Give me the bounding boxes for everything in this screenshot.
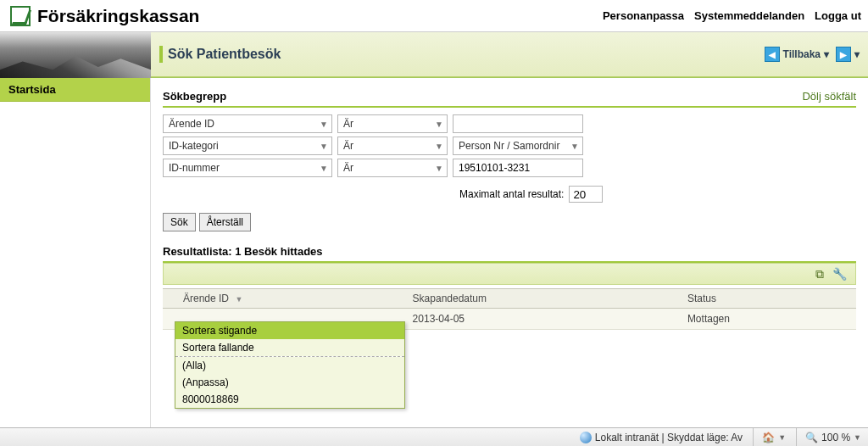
menu-all[interactable]: (Alla): [175, 357, 404, 374]
field-label: Ärende ID: [169, 118, 214, 130]
op-label: Är: [343, 118, 353, 130]
col-skapandedatum[interactable]: Skapandedatum: [406, 289, 681, 309]
back-icon[interactable]: ◀: [765, 47, 780, 62]
back-menu-chevron-icon[interactable]: ▾: [824, 48, 829, 60]
cell-status: Mottagen: [681, 309, 856, 330]
results-heading: Resultatlista: 1 Besök hittades: [163, 245, 856, 263]
search-button[interactable]: Sök: [163, 213, 196, 231]
title-accent-icon: [159, 46, 163, 63]
zoom-segment[interactable]: 🔍 100 % ▼: [796, 428, 861, 446]
col-label: Status: [687, 293, 716, 304]
protected-mode-segment[interactable]: 🏠 ▼: [753, 428, 786, 446]
col-label: Skapandedatum: [413, 293, 487, 304]
value-select-1[interactable]: Person Nr / Samordnir ▼: [453, 137, 583, 155]
field-label: ID-nummer: [169, 162, 220, 174]
brand-name: Försäkringskassan: [37, 6, 199, 26]
hero-image: [0, 32, 151, 78]
toggle-search-fields[interactable]: Dölj sökfält: [802, 90, 856, 103]
settings-icon[interactable]: 🔧: [832, 267, 847, 281]
row-selector-header[interactable]: [163, 289, 176, 309]
brand: Försäkringskassan: [10, 6, 199, 26]
max-results-input[interactable]: [569, 186, 603, 203]
menu-value-8000018869[interactable]: 8000018869: [175, 391, 404, 408]
results-toolbar: ⧉ 🔧: [163, 263, 856, 285]
top-links: Personanpassa Systemmeddelanden Logga ut: [603, 9, 861, 22]
chevron-down-icon: ▼: [435, 120, 443, 129]
chevron-down-icon: ▼: [570, 142, 579, 151]
column-filter-menu: Sortera stigande Sortera fallande (Alla)…: [175, 321, 405, 409]
menu-sort-desc[interactable]: Sortera fallande: [175, 339, 404, 356]
chevron-down-icon: ▼: [320, 142, 328, 151]
brand-logo-icon: [10, 6, 31, 26]
op-label: Är: [343, 162, 353, 174]
col-status[interactable]: Status: [681, 289, 856, 309]
field-label: ID-kategori: [169, 140, 219, 152]
operator-select-2[interactable]: Är ▼: [337, 159, 448, 177]
sidebar: Startsida: [0, 78, 151, 427]
link-logout[interactable]: Logga ut: [815, 9, 861, 22]
menu-sort-asc[interactable]: Sortera stigande: [175, 322, 404, 339]
cell-datum: 2013-04-05: [406, 309, 681, 330]
zone-text: Lokalt intranät | Skyddat läge: Av: [595, 432, 743, 443]
value-input-2[interactable]: [453, 159, 583, 177]
operator-select-1[interactable]: Är ▼: [337, 137, 448, 155]
globe-icon: [580, 432, 592, 443]
page-title: Sök Patientbesök: [159, 46, 281, 63]
col-label: Ärende ID: [183, 293, 229, 304]
menu-custom[interactable]: (Anpassa): [175, 374, 404, 391]
chevron-down-icon: ▼: [854, 433, 861, 442]
back-label[interactable]: Tillbaka: [783, 48, 821, 60]
zoom-icon: 🔍: [805, 432, 818, 443]
export-icon[interactable]: ⧉: [815, 267, 824, 282]
statusbar: Lokalt intranät | Skyddat läge: Av 🏠 ▼ 🔍…: [0, 427, 868, 446]
chevron-down-icon: ▼: [320, 120, 328, 129]
chevron-down-icon: ▼: [235, 295, 242, 304]
forward-menu-chevron-icon[interactable]: ▾: [854, 48, 860, 60]
zone-segment: Lokalt intranät | Skyddat läge: Av: [571, 428, 743, 446]
op-label: Är: [343, 140, 353, 152]
chevron-down-icon: ▼: [435, 142, 443, 151]
max-results-label: Maximalt antal resultat:: [459, 188, 564, 200]
chevron-down-icon: ▼: [778, 433, 786, 442]
field-select-id-nummer[interactable]: ID-nummer ▼: [163, 159, 332, 177]
title-actions: ◀ Tillbaka ▾ ▶ ▾: [765, 47, 860, 62]
link-system-messages[interactable]: Systemmeddelanden: [694, 9, 804, 22]
value-label: Person Nr / Samordnir: [459, 140, 559, 152]
reset-button[interactable]: Återställ: [199, 213, 251, 231]
operator-select-0[interactable]: Är ▼: [337, 114, 448, 133]
chevron-down-icon: ▼: [435, 164, 443, 173]
search-heading: Sökbegrepp: [163, 90, 226, 103]
field-select-id-kategori[interactable]: ID-kategori ▼: [163, 137, 332, 155]
sidebar-item-startsida[interactable]: Startsida: [0, 78, 150, 102]
field-select-arende-id[interactable]: Ärende ID ▼: [163, 114, 332, 133]
forward-icon[interactable]: ▶: [836, 47, 851, 62]
page-title-text: Sök Patientbesök: [168, 47, 281, 62]
chevron-down-icon: ▼: [320, 164, 328, 173]
shield-icon: 🏠: [762, 432, 775, 443]
zoom-text: 100 %: [821, 432, 850, 443]
value-input-0[interactable]: [453, 114, 583, 133]
link-personalize[interactable]: Personanpassa: [603, 9, 684, 22]
col-arende-id[interactable]: Ärende ID ▼: [176, 289, 406, 309]
